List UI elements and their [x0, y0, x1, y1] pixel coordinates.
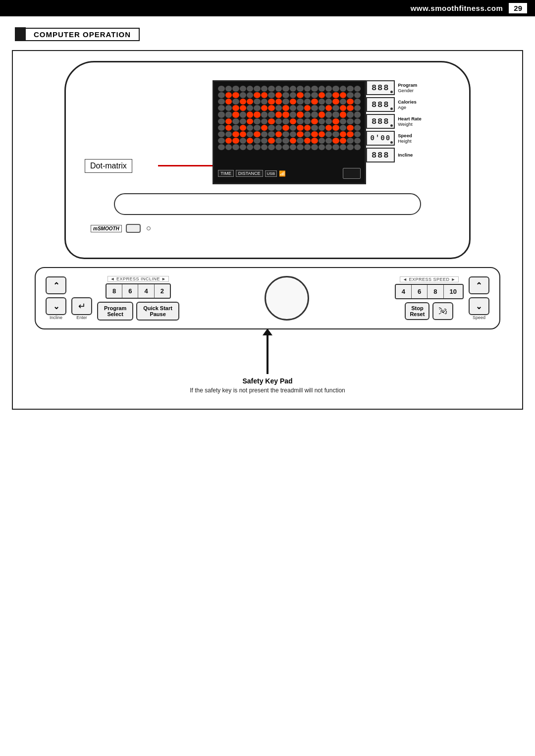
- header-page: 29: [509, 3, 527, 13]
- express-speed-label: ◄ EXPRESS SPEED ►: [400, 276, 459, 282]
- incline-num-row: 8 6 4 2: [106, 283, 171, 299]
- enter-col: ↵ Enter: [71, 276, 92, 320]
- display-area: TIME DISTANCE USB 📶 888: [86, 80, 449, 184]
- label-program: Program: [398, 82, 417, 88]
- readout-seg-program: 888: [366, 80, 395, 95]
- dot-grid: [218, 86, 361, 150]
- usb-label: USB: [265, 170, 277, 177]
- safety-key-pad[interactable]: [265, 276, 309, 321]
- console-area: Dot-matrix TIME DISTANCE: [23, 61, 512, 259]
- logo-dot: [147, 226, 151, 230]
- readouts-panel: 888 Program Gender 888: [366, 80, 422, 162]
- label-age: Age: [398, 105, 417, 110]
- speed-label: Speed: [473, 315, 485, 320]
- speed-down-button[interactable]: ⌄: [469, 297, 489, 315]
- speed-up-button[interactable]: ⌃: [469, 276, 489, 294]
- logo-button[interactable]: [126, 224, 141, 233]
- readout-seg-calories: 888: [366, 97, 395, 112]
- incline-label: Incline: [50, 315, 62, 320]
- label-weight: Weight: [398, 121, 422, 127]
- speed-num-4[interactable]: 4: [396, 285, 412, 298]
- incline-num-2[interactable]: 2: [155, 284, 170, 298]
- label-speed: Speed: [398, 133, 412, 138]
- control-pad-outer: ⌃ ⌄ Incline ↵ Enter ◄ EXPRESS INCLINE ► …: [35, 267, 500, 329]
- content-border: Dot-matrix TIME DISTANCE: [12, 50, 523, 410]
- bluetooth-icon: 📶: [279, 170, 286, 177]
- program-select-button[interactable]: ProgramSelect: [97, 302, 133, 321]
- label-incline: Incline: [398, 152, 413, 158]
- incline-num-8[interactable]: 8: [107, 284, 122, 298]
- readout-seg-incline: 888: [366, 148, 395, 162]
- time-label: TIME: [218, 170, 234, 177]
- speed-num-6[interactable]: 6: [412, 285, 428, 298]
- readout-row-program: 888 Program Gender: [366, 80, 422, 95]
- right-ctrl: ◄ EXPRESS SPEED ► 4 6 8 10 StopReset 🌬: [395, 276, 489, 320]
- express-incline-label: ◄ EXPRESS INCLINE ►: [107, 276, 169, 282]
- display-main: TIME DISTANCE USB 📶: [213, 80, 366, 184]
- express-incline-wrap: ◄ EXPRESS INCLINE ► 8 6 4 2 ProgramSelec…: [97, 276, 179, 321]
- header-url: www.smoothfitness.com: [411, 4, 503, 12]
- logo-text: mSMOOTH: [91, 225, 122, 232]
- express-speed-wrap: ◄ EXPRESS SPEED ► 4 6 8 10 StopReset 🌬: [395, 276, 464, 320]
- speed-num-10[interactable]: 10: [444, 285, 463, 298]
- readout-seg-speed: 0'00: [366, 131, 395, 146]
- left-ctrl: ⌃ ⌄ Incline ↵ Enter ◄ EXPRESS INCLINE ► …: [46, 276, 179, 321]
- quick-start-pause-button[interactable]: Quick StartPause: [136, 302, 179, 321]
- incline-down-button[interactable]: ⌄: [46, 297, 66, 315]
- distance-label: DISTANCE: [236, 170, 263, 177]
- speed-num-row: 4 6 8 10: [395, 284, 464, 299]
- stop-reset-button[interactable]: StopReset: [405, 302, 429, 320]
- incline-num-4[interactable]: 4: [138, 284, 154, 298]
- safety-pointer-wrap: Safety Key Pad If the safety key is not …: [23, 334, 512, 394]
- readout-row-heart: 888 Heart Rate Weight: [366, 114, 422, 129]
- section-title-accent: [15, 27, 26, 41]
- incline-num-6[interactable]: 6: [122, 284, 138, 298]
- enter-label: Enter: [76, 315, 87, 320]
- label-height: Height: [398, 138, 412, 144]
- speed-num-8[interactable]: 8: [428, 285, 443, 298]
- section-title-text: COMPUTER OPERATION: [26, 28, 140, 41]
- console-outer: Dot-matrix TIME DISTANCE: [64, 61, 471, 259]
- label-gender: Gender: [398, 88, 417, 93]
- readout-row-speed: 0'00 Speed Height: [366, 131, 422, 146]
- display-bottom: TIME DISTANCE USB 📶: [218, 168, 361, 179]
- bottom-seg-display: [343, 168, 361, 179]
- safety-key-description: If the safety key is not present the tre…: [190, 387, 345, 394]
- logo-area: mSMOOTH: [91, 224, 449, 233]
- enter-button[interactable]: ↵: [71, 297, 92, 315]
- speed-arrow-col: ⌃ ⌄ Speed: [469, 276, 489, 320]
- label-calories: Calories: [398, 99, 417, 105]
- safety-arrow: [267, 334, 268, 374]
- readout-row-incline: 888 Incline: [366, 148, 422, 162]
- fan-button[interactable]: 🌬: [432, 302, 453, 320]
- speaker-bar: [114, 193, 421, 215]
- incline-up-button[interactable]: ⌃: [46, 276, 66, 294]
- control-pad-section: ⌃ ⌄ Incline ↵ Enter ◄ EXPRESS INCLINE ► …: [35, 267, 500, 329]
- safety-key-title: Safety Key Pad: [242, 377, 292, 385]
- readout-seg-heart: 888: [366, 114, 395, 129]
- readout-row-calories: 888 Calories Age: [366, 97, 422, 112]
- header-bar: www.smoothfitness.com 29: [0, 0, 535, 16]
- incline-arrow-col: ⌃ ⌄ Incline: [46, 276, 66, 320]
- section-title-bar: COMPUTER OPERATION: [15, 27, 520, 41]
- label-heartrate: Heart Rate: [398, 116, 422, 121]
